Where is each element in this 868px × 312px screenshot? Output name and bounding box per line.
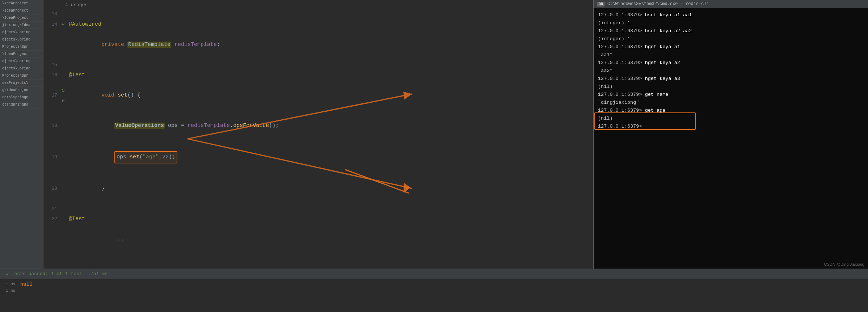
sidebar-item[interactable]: ojects\Spring — [0, 29, 43, 36]
terminal-panel: ON C:\Windows\System32\cmd.exe - redis-c… — [593, 0, 868, 269]
output-row-1: 1 ms null — [0, 281, 868, 288]
code-line-20: 20 } — [43, 174, 593, 204]
status-check: ✓ Tests passed: 1 of 1 test – 751 ms — [6, 270, 108, 278]
sidebar-item[interactable]: \IdeaProject — [0, 51, 43, 58]
term-line-6: "aa1" — [598, 51, 864, 59]
term-line-4: (integer) 1 — [598, 35, 864, 43]
term-line-15: 127.0.0.1:6379> — [598, 123, 864, 131]
sidebar-item[interactable]: \IdeaProject — [0, 0, 43, 7]
sidebar-item[interactable]: jiaxiong\Idea — [0, 22, 43, 29]
term-line-5: 127.0.0.1:6379> hget keya a1 — [598, 43, 864, 51]
output-row-2: 1 ms — [0, 288, 868, 294]
sidebar-item[interactable]: \IdeaProject — [0, 14, 43, 22]
terminal-icon: ON — [597, 2, 604, 7]
code-line-autowired: 14 ↩ @Autowired — [43, 19, 593, 30]
main-area: \IdeaProject \IdeaProject \IdeaProject j… — [0, 0, 868, 269]
usage-count: 4 usages — [43, 0, 593, 9]
sidebar-item[interactable]: Projects\Spr — [0, 43, 43, 51]
output-value-1: null — [20, 281, 33, 287]
code-line-18: 18 ValueOperations ops = redisTemplate.o… — [43, 111, 593, 141]
term-line-2: (integer) 1 — [598, 19, 864, 27]
boxed-ops-set: ops.set("age",22); — [114, 151, 177, 163]
status-text: Tests passed: 1 of 1 test – 751 ms — [12, 271, 108, 277]
code-line-13-blank: 13 — [43, 9, 593, 19]
output-label-1: 1 ms — [6, 282, 20, 286]
code-line-19: 19 ops.set("age",22); — [43, 141, 593, 174]
code-line-test-16: 16 @Test — [43, 70, 593, 80]
code-line-redis-template: private RedisTemplate redisTemplate; — [43, 30, 593, 60]
term-line-12: "dingjiaxiong" — [598, 99, 864, 107]
term-line-9: 127.0.0.1:6379> hget keya a3 — [598, 75, 864, 83]
status-bar: ✓ Tests passed: 1 of 1 test – 751 ms — [0, 269, 868, 279]
term-line-7: 127.0.0.1:6379> hget keya a2 — [598, 59, 864, 67]
term-line-11: 127.0.0.1:6379> get name — [598, 91, 864, 99]
term-line-1: 127.0.0.1:6379> hset keya a1 aa1 — [598, 11, 864, 19]
code-line-21: 21 — [43, 204, 593, 214]
bottom-panel: ✓ Tests passed: 1 of 1 test – 751 ms 1 m… — [0, 269, 868, 312]
sidebar-item[interactable]: ojects\Spring — [0, 65, 43, 72]
code-line-set-17: 17 ↻ ⊳ void set() { — [43, 80, 593, 111]
sidebar-item[interactable]: ojects\Spring — [0, 58, 43, 65]
sidebar-item[interactable]: deaProjects\ — [0, 80, 43, 87]
code-line-15: 15 — [43, 60, 593, 70]
output-label-2: 1 ms — [6, 289, 20, 293]
editor-area: 4 usages 13 14 ↩ @Autowired — [43, 0, 593, 269]
term-line-14: (nil) — [598, 115, 864, 123]
sidebar-item[interactable]: ects\SpringB — [0, 94, 43, 101]
sidebar-item[interactable]: \IdeaProject — [0, 7, 43, 14]
gutter-icon-17: ↻ — [62, 87, 64, 93]
code-container: 13 14 ↩ @Autowired private RedisTemplate… — [43, 9, 593, 269]
code-line-test-22: 22 @Test — [43, 214, 593, 224]
gutter-icon-autowired: ↩ — [62, 21, 64, 27]
sidebar: \IdeaProject \IdeaProject \IdeaProject j… — [0, 0, 43, 269]
term-line-8: "aa2" — [598, 67, 864, 75]
code-line-partial: ... — [43, 224, 593, 255]
sidebar-item[interactable]: g\IdeaProject — [0, 87, 43, 94]
terminal-title-bar: ON C:\Windows\System32\cmd.exe - redis-c… — [594, 0, 868, 8]
terminal-body[interactable]: 127.0.0.1:6379> hset keya a1 aa1 (intege… — [594, 8, 868, 269]
term-line-13: 127.0.0.1:6379> get age — [598, 107, 864, 115]
sidebar-item[interactable]: ojects\Spring — [0, 36, 43, 43]
terminal-watermark: CSDN @Ding Jiaxiong — [824, 262, 864, 266]
sidebar-item[interactable]: cts\SpringBo — [0, 101, 43, 108]
sidebar-item[interactable]: Projects\Spr — [0, 72, 43, 80]
bottom-output: 1 ms null 1 ms — [0, 279, 868, 312]
term-line-3: 127.0.0.1:6379> hset keya a2 aa2 — [598, 27, 864, 35]
term-line-10: (nil) — [598, 83, 864, 91]
terminal-title: C:\Windows\System32\cmd.exe - redis-cli — [607, 1, 709, 7]
